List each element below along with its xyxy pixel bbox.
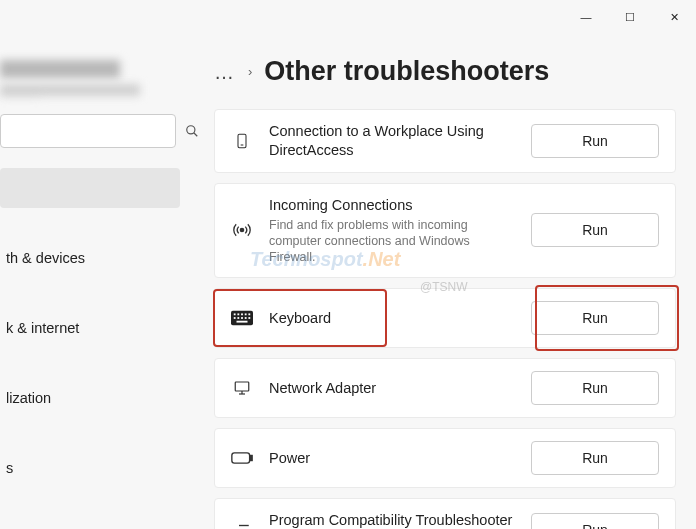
svg-rect-11 — [234, 317, 236, 319]
profile-block: xxxxx xxxxx — [0, 60, 180, 96]
troubleshooter-title: Keyboard — [269, 309, 515, 328]
troubleshooter-text: Power — [269, 449, 515, 468]
close-button[interactable]: ✕ — [652, 4, 696, 30]
minimize-button[interactable]: — — [564, 4, 608, 30]
sidebar-item-accounts[interactable]: s — [0, 448, 180, 488]
svg-point-0 — [187, 126, 195, 134]
breadcrumb: … › Other troubleshooters — [214, 56, 676, 87]
sidebar: xxxxx xxxxx th & devices k & internet li… — [0, 60, 180, 529]
svg-rect-6 — [234, 314, 236, 316]
keyboard-icon — [231, 310, 253, 326]
svg-rect-9 — [245, 314, 247, 316]
sidebar-item-time-language[interactable]: language — [0, 518, 180, 529]
profile-email-blurred: xxxxx — [0, 84, 140, 96]
monitor-icon — [231, 379, 253, 397]
profile-name-blurred: xxxxx — [0, 60, 120, 78]
sidebar-item-bluetooth-devices[interactable]: th & devices — [0, 238, 180, 278]
chevron-right-icon: › — [248, 64, 252, 79]
troubleshooter-card: KeyboardRun — [214, 288, 676, 348]
troubleshooter-card: Connection to a Workplace Using DirectAc… — [214, 109, 676, 173]
troubleshooter-title: Program Compatibility Troubleshooter — [269, 511, 515, 529]
svg-rect-8 — [241, 314, 243, 316]
svg-rect-20 — [232, 453, 250, 463]
svg-rect-17 — [235, 382, 249, 391]
svg-rect-13 — [241, 317, 243, 319]
run-button[interactable]: Run — [531, 513, 659, 529]
troubleshooter-title: Power — [269, 449, 515, 468]
svg-rect-12 — [237, 317, 239, 319]
troubleshooter-card: PowerRun — [214, 428, 676, 488]
maximize-button[interactable]: ☐ — [608, 4, 652, 30]
troubleshooter-title: Connection to a Workplace Using DirectAc… — [269, 122, 515, 160]
search-input[interactable] — [1, 124, 185, 139]
svg-point-4 — [240, 229, 243, 232]
run-button[interactable]: Run — [531, 124, 659, 158]
run-button[interactable]: Run — [531, 441, 659, 475]
svg-rect-16 — [237, 321, 248, 323]
window-titlebar: — ☐ ✕ — [0, 0, 696, 30]
svg-rect-21 — [250, 456, 252, 461]
troubleshooter-card: Network AdapterRun — [214, 358, 676, 418]
troubleshooter-card: Program Compatibility TroubleshooterFind… — [214, 498, 676, 529]
sidebar-item-network-internet[interactable]: k & internet — [0, 308, 180, 348]
svg-rect-15 — [248, 317, 250, 319]
sidebar-item-home[interactable] — [0, 168, 180, 208]
sidebar-item-personalization[interactable]: lization — [0, 378, 180, 418]
troubleshooter-title: Incoming Connections — [269, 196, 515, 215]
phone-icon — [231, 131, 253, 151]
run-button[interactable]: Run — [531, 371, 659, 405]
troubleshooter-title: Network Adapter — [269, 379, 515, 398]
run-button[interactable]: Run — [531, 301, 659, 335]
main-panel: … › Other troubleshooters Connection to … — [214, 56, 676, 529]
troubleshooter-text: Incoming ConnectionsFind and fix problem… — [269, 196, 515, 266]
troubleshooter-text: Keyboard — [269, 309, 515, 328]
troubleshooter-desc: Find and fix problems with incoming comp… — [269, 217, 515, 266]
svg-rect-7 — [237, 314, 239, 316]
run-button[interactable]: Run — [531, 213, 659, 247]
list-icon — [231, 521, 253, 529]
page-title: Other troubleshooters — [264, 56, 549, 87]
breadcrumb-more-icon[interactable]: … — [214, 62, 236, 82]
antenna-icon — [231, 220, 253, 240]
svg-rect-2 — [238, 134, 246, 147]
svg-rect-14 — [245, 317, 247, 319]
search-row[interactable] — [0, 114, 176, 148]
search-icon — [185, 124, 199, 138]
svg-rect-10 — [248, 314, 250, 316]
troubleshooter-text: Network Adapter — [269, 379, 515, 398]
battery-icon — [231, 451, 253, 465]
svg-line-1 — [194, 133, 198, 137]
troubleshooter-text: Program Compatibility TroubleshooterFind… — [269, 511, 515, 529]
troubleshooter-card: Incoming ConnectionsFind and fix problem… — [214, 183, 676, 279]
troubleshooter-text: Connection to a Workplace Using DirectAc… — [269, 122, 515, 160]
